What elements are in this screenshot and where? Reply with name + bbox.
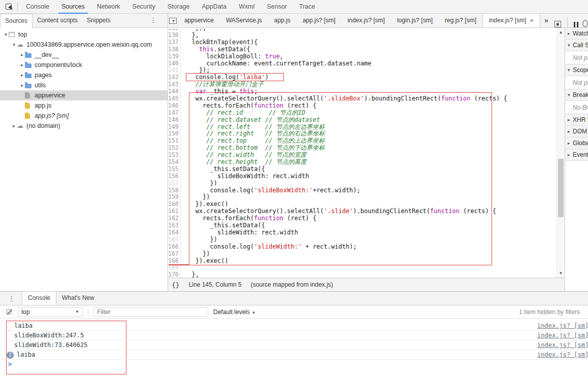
scroll-down-icon[interactable]: ▼: [557, 271, 565, 276]
drawer-tab-console[interactable]: Console: [22, 291, 56, 305]
pretty-print-icon[interactable]: {}: [172, 281, 180, 289]
code-text: _this.setData({: [181, 166, 265, 173]
tree-item-appservice[interactable]: appservice: [0, 90, 168, 100]
main-tab-security[interactable]: Security: [126, 0, 161, 14]
line-number: 166: [168, 244, 181, 251]
editor-tab-index-js-sm[interactable]: index.js? [sm]: [342, 14, 391, 27]
editor-tab-waservice-js[interactable]: WAService.js: [220, 14, 268, 27]
close-icon[interactable]: ×: [530, 14, 534, 27]
tab-content-scripts[interactable]: Content scripts: [32, 14, 82, 27]
line-number: 159: [168, 194, 181, 201]
chevron-right-icon: ▸: [568, 152, 573, 157]
code-line-142: 142 console.log('laiba'): [168, 74, 557, 81]
code-text: _this.setData({: [181, 222, 265, 229]
editor-tab-login-js-sm[interactable]: login.js? [sm]: [391, 14, 439, 27]
line-number: 156: [168, 173, 181, 180]
line-number: 158: [168, 187, 181, 194]
main-tab-appdata[interactable]: AppData: [196, 0, 233, 14]
tree-item-utils[interactable]: ▸utils: [0, 80, 168, 90]
chevron-down-icon[interactable]: ▾: [11, 42, 17, 47]
file-icon: [25, 113, 30, 119]
source-location-link[interactable]: index.js? [sm]: [537, 340, 588, 350]
debug-section-scope[interactable]: ▾Scope: [565, 64, 588, 76]
code-text: },: [181, 271, 199, 278]
debug-section-global-listeners[interactable]: ▸Global Listeners: [565, 138, 588, 149]
console-prompt[interactable]: >: [0, 360, 588, 369]
editor-tab-index-js-sm[interactable]: index.js? [sm]×: [482, 14, 540, 27]
context-label: top: [21, 308, 30, 316]
tree-item-dev[interactable]: ▸__dev__: [0, 50, 168, 60]
editor-tab-reg-js-sm[interactable]: reg.js? [sm]: [439, 14, 482, 27]
log-levels-selector[interactable]: Default levels ▼: [213, 308, 255, 316]
code-line-161: 161 wx.createSelectorQuery().selectAll('…: [168, 208, 557, 215]
tab-snippets[interactable]: Snippets: [82, 14, 115, 27]
drawer-tab-whats-new[interactable]: What's New: [56, 292, 100, 305]
editor-tab-appservice[interactable]: appservice: [178, 14, 220, 27]
tree-item-1000343869-appservice-open-weixin-qq-com[interactable]: ▾☁1000343869.appservice.open.weixin.qq.c…: [0, 40, 168, 50]
chevron-right-icon[interactable]: ▸: [19, 73, 25, 78]
debug-section-dom-breakpoints[interactable]: ▸DOM Breakpoints: [565, 126, 588, 138]
folder-icon: [25, 72, 34, 78]
code-editor[interactable]: 135 });136 },137 lockBtnTap(event){138 t…: [168, 28, 557, 278]
debug-section-watch[interactable]: ▸Watch: [565, 28, 588, 40]
kebab-menu-icon[interactable]: ⋮: [8, 295, 15, 302]
debug-section-breakpoints[interactable]: ▾Breakpoints: [565, 89, 588, 101]
line-number: 153: [168, 152, 181, 159]
pause-script-icon[interactable]: [574, 22, 578, 27]
line-number: 136: [168, 32, 181, 39]
code-text: // rect.id // 节点的ID: [181, 110, 305, 117]
code-line-145: 145 wx.createSelectorQuery().selectAll('…: [168, 95, 557, 102]
chevron-down-icon[interactable]: ▾: [3, 32, 9, 37]
code-line-143: 143 //计算弹窗滑动开门盒子: [168, 81, 557, 88]
chevron-right-icon[interactable]: ▸: [19, 52, 25, 57]
toggle-drawer-icon[interactable]: [554, 21, 561, 27]
code-line-170: 170 },: [168, 271, 557, 278]
chevron-right-icon[interactable]: ▸: [19, 62, 25, 67]
tree-item-top[interactable]: ▾top: [0, 29, 168, 40]
context-selector[interactable]: top ▼: [18, 307, 83, 317]
editor-tab-app-js-sm[interactable]: app.js? [sm]: [297, 14, 342, 27]
code-line-160: 160 }).exec(): [168, 201, 557, 208]
scroll-up-icon[interactable]: ▲: [557, 30, 565, 35]
show-navigator-button[interactable]: ◄: [168, 14, 178, 27]
code-line-146: 146 rects.forEach(function (rect) {: [168, 102, 557, 110]
log-levels-label: Default levels: [213, 308, 250, 316]
scrollbar-thumb[interactable]: [558, 159, 564, 217]
code-line-144: 144 var _this = this;: [168, 88, 557, 95]
tree-item-app-js[interactable]: app.js: [0, 100, 168, 111]
main-tab-strip: ConsoleSourcesNetworkSecurityStorageAppD…: [0, 0, 588, 14]
inspect-element-button[interactable]: [0, 0, 17, 13]
folder-icon: [25, 52, 34, 58]
tree-item-app-js-sm[interactable]: app.js? [sm]: [0, 111, 168, 121]
tree-item-components-lock[interactable]: ▸components/lock: [0, 60, 168, 70]
tree-item-pages[interactable]: ▸pages: [0, 70, 168, 80]
main-tab-console[interactable]: Console: [20, 0, 55, 14]
tree-item-no-domain[interactable]: ▸☁(no domain): [0, 121, 168, 131]
ban-circle-icon[interactable]: [6, 309, 12, 315]
kebab-menu-icon[interactable]: ⋮: [150, 16, 156, 24]
main-tab-wxml[interactable]: Wxml: [233, 0, 260, 14]
code-line-137: 137 lockBtnTap(event){: [168, 39, 557, 46]
source-location-link[interactable]: index.js? [sm]: [537, 321, 588, 330]
main-tab-network[interactable]: Network: [91, 0, 126, 14]
chevron-right-icon[interactable]: ▸: [19, 83, 25, 88]
source-location-link[interactable]: index.js? [sm]: [537, 331, 588, 340]
source-location-link[interactable]: index.js? [sm]: [537, 350, 588, 359]
chevron-double-right-icon[interactable]: »: [540, 14, 552, 27]
chevron-right-icon[interactable]: ▸: [11, 123, 17, 128]
code-line-165: 165 }): [168, 236, 557, 244]
filter-input[interactable]: [93, 307, 208, 317]
editor-tab-app-js[interactable]: app.js: [268, 14, 297, 27]
code-text: }): [181, 180, 217, 187]
main-tab-storage[interactable]: Storage: [161, 0, 196, 14]
debug-section-event-listener-breakpoints[interactable]: ▸Event Listener Breakpoints: [565, 149, 588, 161]
main-tab-sensor[interactable]: Sensor: [260, 0, 293, 14]
tree-item-label: pages: [34, 72, 52, 79]
code-text: curLockName: event.currentTarget.dataset…: [181, 60, 371, 67]
tab-sources[interactable]: Sources: [0, 14, 32, 28]
debug-section-xhr-breakpoints[interactable]: ▸XHR Breakpoints: [565, 114, 588, 126]
editor-scrollbar[interactable]: ▲ ▼: [557, 28, 565, 278]
debug-section-call-stack[interactable]: ▾Call Stack: [565, 40, 588, 51]
main-tab-sources[interactable]: Sources: [55, 0, 91, 14]
main-tab-trace[interactable]: Trace: [293, 0, 321, 14]
